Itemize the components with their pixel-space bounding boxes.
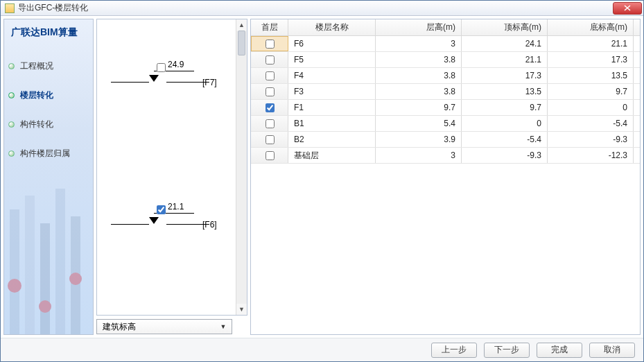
table-row[interactable]: F33.813.59.7: [251, 84, 640, 100]
cell-name: B2: [288, 132, 376, 147]
scroll-down-icon[interactable]: ▼: [236, 304, 247, 315]
svg-rect-3: [55, 189, 65, 334]
cell-height: 3.8: [376, 84, 462, 99]
bullet-icon: [8, 92, 15, 98]
bullet-icon: [8, 121, 15, 128]
scroll-up-icon[interactable]: ▲: [236, 19, 247, 31]
sidebar-item-component-floor[interactable]: 构件楼层归属: [8, 139, 89, 168]
cell-name: B1: [288, 116, 376, 131]
cell-bottom: 9.7: [548, 84, 634, 99]
cell-first: [251, 52, 288, 67]
bullet-icon: [8, 150, 15, 157]
cell-first: [251, 36, 288, 51]
table-row[interactable]: B15.40-5.4: [251, 116, 640, 132]
scroll-track[interactable]: [236, 31, 247, 304]
sidebar-item-label: 楼层转化: [20, 89, 53, 101]
elevation-checkbox[interactable]: [157, 205, 166, 214]
app-icon: [5, 3, 15, 13]
window: 导出GFC-楼层转化 广联达BIM算量 工程概况 楼层转化 构件转化: [0, 0, 644, 362]
cell-first: [251, 100, 288, 115]
first-floor-checkbox[interactable]: [266, 151, 275, 160]
first-floor-checkbox[interactable]: [266, 135, 275, 144]
cell-height: 5.4: [376, 116, 462, 131]
th-bottom: 底标高(m): [548, 19, 634, 35]
cell-top: 17.3: [462, 68, 548, 83]
elevation-checkbox[interactable]: [157, 63, 166, 72]
first-floor-checkbox[interactable]: [266, 103, 275, 112]
close-icon: [624, 5, 631, 11]
close-button[interactable]: [613, 2, 642, 15]
nav-list: 工程概况 楼层转化 构件转化 构件楼层归属: [4, 51, 93, 168]
svg-point-7: [69, 273, 82, 285]
sidebar: 广联达BIM算量 工程概况 楼层转化 构件转化 构件楼层归属: [3, 19, 94, 335]
sidebar-item-label: 构件转化: [20, 119, 53, 130]
th-first: 首层: [251, 19, 288, 35]
next-button[interactable]: 下一步: [484, 343, 530, 358]
cell-height: 3.8: [376, 68, 462, 83]
decorative-pipes: [4, 182, 94, 334]
first-floor-checkbox[interactable]: [266, 55, 275, 64]
cell-name: F1: [288, 100, 376, 115]
sidebar-item-component-convert[interactable]: 构件转化: [8, 110, 89, 139]
first-floor-checkbox[interactable]: [266, 40, 275, 49]
table-row[interactable]: F43.817.313.5: [251, 68, 640, 84]
floor-table: 首层 楼层名称 层高(m) 顶标高(m) 底标高(m) F6324.121.1F…: [250, 19, 641, 335]
prev-button[interactable]: 上一步: [431, 343, 477, 358]
first-floor-checkbox[interactable]: [266, 71, 275, 80]
th-name: 楼层名称: [288, 19, 376, 35]
cell-top: 24.1: [462, 36, 548, 51]
sidebar-item-overview[interactable]: 工程概况: [8, 51, 89, 80]
table-row[interactable]: B23.9-5.4-9.3: [251, 132, 640, 148]
table-row[interactable]: 基础层3-9.3-12.3: [251, 148, 640, 164]
svg-point-6: [39, 300, 51, 313]
cell-name: F5: [288, 52, 376, 67]
cell-name: F3: [288, 84, 376, 99]
main-content: 广联达BIM算量 工程概况 楼层转化 构件转化 构件楼层归属: [1, 16, 643, 338]
cell-first: [251, 132, 288, 147]
cell-height: 3.8: [376, 52, 462, 67]
cell-first: [251, 68, 288, 83]
table-row[interactable]: F6324.121.1: [251, 36, 640, 52]
bullet-icon: [8, 63, 15, 69]
first-floor-checkbox[interactable]: [266, 119, 275, 128]
cell-bottom: -9.3: [548, 132, 634, 147]
elevation-value: 21.1: [168, 202, 184, 212]
table-header: 首层 楼层名称 层高(m) 顶标高(m) 底标高(m): [251, 19, 640, 36]
elevation-preview: 24.9[F7]21.1[F6] ▲ ▼: [96, 19, 247, 316]
elevation-floor-label: [F7]: [202, 78, 217, 87]
svg-point-5: [8, 279, 21, 293]
table-row[interactable]: F53.821.117.3: [251, 52, 640, 68]
combo-value: 建筑标高: [103, 321, 136, 333]
sidebar-item-label: 构件楼层归属: [20, 148, 70, 160]
cell-top: 9.7: [462, 100, 548, 115]
cell-name: F4: [288, 68, 376, 83]
elevation-type-select[interactable]: 建筑标高 ▼: [96, 319, 232, 334]
cell-name: F6: [288, 36, 376, 51]
cell-bottom: 17.3: [548, 52, 634, 67]
preview-column: 24.9[F7]21.1[F6] ▲ ▼ 建筑标高 ▼: [96, 19, 247, 335]
th-height: 层高(m): [376, 19, 462, 35]
cell-top: 21.1: [462, 52, 548, 67]
titlebar: 导出GFC-楼层转化: [1, 1, 643, 16]
cell-height: 9.7: [376, 100, 462, 115]
cell-first: [251, 84, 288, 99]
footer: 上一步 下一步 完成 取消: [1, 338, 643, 361]
finish-button[interactable]: 完成: [537, 343, 582, 358]
svg-rect-1: [25, 196, 35, 334]
elevation-floor-label: [F6]: [202, 220, 217, 230]
cell-bottom: 21.1: [548, 36, 634, 51]
svg-rect-2: [40, 223, 50, 334]
first-floor-checkbox[interactable]: [266, 87, 275, 96]
sidebar-item-label: 工程概况: [20, 60, 53, 72]
cell-bottom: 13.5: [548, 68, 634, 83]
cell-top: -9.3: [462, 148, 548, 163]
th-top: 顶标高(m): [462, 19, 548, 35]
scroll-thumb[interactable]: [238, 31, 245, 55]
sidebar-item-floor-convert[interactable]: 楼层转化: [8, 80, 89, 110]
table-row[interactable]: F19.79.70: [251, 100, 640, 116]
cell-first: [251, 116, 288, 131]
cancel-button[interactable]: 取消: [589, 343, 635, 358]
preview-scrollbar[interactable]: ▲ ▼: [236, 19, 247, 315]
cell-height: 3: [376, 36, 462, 51]
cell-bottom: 0: [548, 100, 634, 115]
